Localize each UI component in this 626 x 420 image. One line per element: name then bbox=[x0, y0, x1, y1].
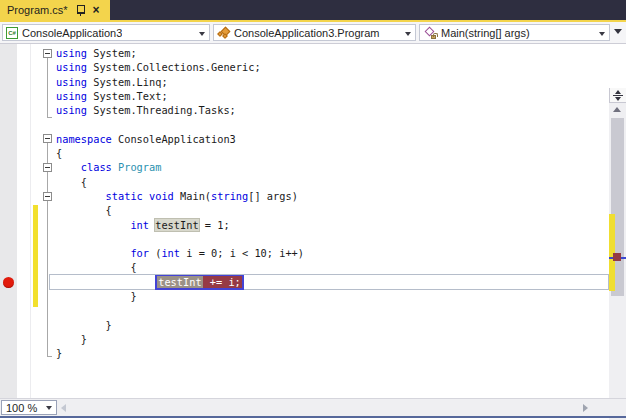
code-token: for bbox=[130, 247, 149, 259]
code-token: using bbox=[56, 76, 87, 88]
code-token: = 1; bbox=[199, 219, 230, 231]
selected-text: testInt bbox=[157, 276, 202, 288]
code-token: string bbox=[211, 190, 248, 202]
code-line[interactable]: } bbox=[50, 289, 608, 303]
code-token: Program bbox=[118, 161, 161, 173]
code-token: System.Text; bbox=[87, 90, 168, 102]
breakpoint-icon[interactable] bbox=[3, 277, 14, 288]
code-token: } bbox=[56, 333, 87, 345]
scroll-right-icon[interactable] bbox=[583, 404, 588, 412]
code-token: int bbox=[130, 219, 149, 231]
lock-icon bbox=[431, 35, 436, 39]
method-icon bbox=[423, 26, 437, 39]
margin-separator bbox=[30, 44, 31, 398]
member-dropdown[interactable]: Main(string[] args) bbox=[419, 24, 610, 41]
code-line[interactable] bbox=[50, 117, 608, 131]
tab-title: Program.cs* bbox=[7, 4, 68, 16]
code-line[interactable]: } bbox=[50, 318, 608, 332]
window-bottom-border bbox=[0, 416, 626, 418]
code-line[interactable] bbox=[50, 232, 608, 246]
code-token: ConsoleApplication3 bbox=[112, 133, 236, 145]
breakpoint-margin[interactable] bbox=[0, 44, 17, 398]
code-token: using bbox=[56, 47, 87, 59]
outline-line bbox=[47, 143, 48, 356]
navbar-chevron-down-icon[interactable] bbox=[614, 29, 622, 34]
code-line[interactable]: namespace ConsoleApplication3 bbox=[50, 132, 608, 146]
code-area[interactable]: using System;using System.Collections.Ge… bbox=[50, 46, 608, 361]
code-line[interactable]: class Program bbox=[50, 160, 608, 174]
code-token: } bbox=[56, 347, 62, 359]
code-line[interactable]: } bbox=[50, 346, 608, 360]
code-token bbox=[56, 190, 106, 202]
scroll-left-icon[interactable] bbox=[61, 404, 66, 412]
code-line[interactable]: for (int i = 0; i < 10; i++) bbox=[50, 246, 608, 260]
code-line[interactable]: testInt += i; bbox=[50, 275, 608, 289]
code-token: } bbox=[56, 319, 112, 331]
scroll-up-icon[interactable] bbox=[613, 107, 621, 112]
selected-text: += i; bbox=[203, 276, 242, 288]
selection-box: testInt += i; bbox=[155, 275, 244, 290]
code-token bbox=[56, 276, 155, 288]
code-token: System.Linq; bbox=[87, 76, 168, 88]
code-token: i = 0; i < 10; i++) bbox=[180, 247, 304, 259]
code-line[interactable]: { bbox=[50, 146, 608, 160]
code-line[interactable]: { bbox=[50, 203, 608, 217]
code-token: int bbox=[161, 247, 180, 259]
code-token: System; bbox=[87, 47, 137, 59]
code-token: namespace bbox=[56, 133, 112, 145]
code-line[interactable]: static void Main(string[] args) bbox=[50, 189, 608, 203]
project-dropdown-label: ConsoleApplication3 bbox=[22, 27, 122, 39]
code-line[interactable]: using System.Threading.Tasks; bbox=[50, 103, 608, 117]
code-line[interactable]: using System; bbox=[50, 46, 608, 60]
close-icon[interactable]: × bbox=[93, 4, 100, 16]
code-line[interactable]: int testInt = 1; bbox=[50, 218, 608, 232]
code-line[interactable]: } bbox=[50, 332, 608, 346]
outline-line bbox=[47, 58, 48, 117]
track-changes-bar bbox=[33, 205, 38, 307]
csharp-project-icon: C# bbox=[6, 27, 18, 39]
pin-icon[interactable] bbox=[76, 4, 85, 16]
status-bar: 100 % bbox=[0, 398, 626, 416]
zoom-selector[interactable]: 100 % bbox=[1, 400, 57, 415]
code-line[interactable]: { bbox=[50, 175, 608, 189]
code-token: [] args) bbox=[248, 190, 298, 202]
code-token: ( bbox=[149, 247, 161, 259]
code-token bbox=[56, 247, 130, 259]
chevron-down-icon[interactable] bbox=[46, 406, 52, 410]
code-line[interactable]: using System.Text; bbox=[50, 89, 608, 103]
code-token: class bbox=[81, 161, 112, 173]
code-line[interactable]: { bbox=[50, 260, 608, 274]
code-token: using bbox=[56, 61, 87, 73]
code-token: { bbox=[56, 176, 87, 188]
chevron-down-icon[interactable] bbox=[405, 32, 411, 36]
type-dropdown[interactable]: ConsoleApplication3.Program bbox=[213, 24, 416, 41]
code-token: { bbox=[56, 204, 112, 216]
type-dropdown-label: ConsoleApplication3.Program bbox=[234, 27, 380, 39]
code-token bbox=[56, 161, 81, 173]
chevron-down-icon[interactable] bbox=[199, 32, 205, 36]
code-token: using bbox=[56, 90, 87, 102]
code-editor[interactable]: using System;using System.Collections.Ge… bbox=[0, 44, 626, 398]
navigation-bar: C# ConsoleApplication3 ConsoleApplicatio… bbox=[0, 22, 626, 44]
code-line[interactable]: using System.Linq; bbox=[50, 75, 608, 89]
zoom-level: 100 % bbox=[6, 402, 46, 414]
split-handle-icon[interactable] bbox=[609, 88, 626, 103]
code-line[interactable] bbox=[50, 303, 608, 317]
scrollbar-breakpoint-mark bbox=[613, 253, 621, 261]
code-token: Main( bbox=[174, 190, 211, 202]
code-line[interactable]: using System.Collections.Generic; bbox=[50, 60, 608, 74]
project-dropdown[interactable]: C# ConsoleApplication3 bbox=[2, 24, 210, 41]
code-token: } bbox=[56, 290, 137, 302]
code-token: static bbox=[106, 190, 143, 202]
tab-program-cs[interactable]: Program.cs* × bbox=[0, 0, 110, 20]
code-token: System.Threading.Tasks; bbox=[87, 104, 236, 116]
code-token: { bbox=[56, 147, 62, 159]
code-token: void bbox=[149, 190, 174, 202]
class-icon bbox=[217, 26, 230, 39]
chevron-down-icon[interactable] bbox=[599, 32, 605, 36]
code-token: { bbox=[56, 261, 137, 273]
code-token: System.Collections.Generic; bbox=[87, 61, 261, 73]
vertical-scrollbar[interactable] bbox=[609, 88, 626, 420]
code-token bbox=[56, 219, 130, 231]
code-token: testInt bbox=[155, 219, 198, 231]
